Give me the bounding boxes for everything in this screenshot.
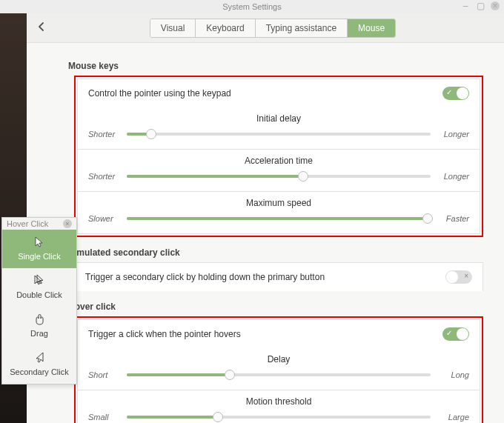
hover-delay-min: Short (88, 370, 121, 379)
initial-delay-max: Longer (437, 130, 469, 139)
palette-single-label: Single Click (18, 252, 60, 261)
secondary-trigger-toggle[interactable]: × (445, 270, 472, 284)
tab-typing-assistance[interactable]: Typing assistance (256, 19, 348, 37)
palette-double-click[interactable]: Double Click (2, 268, 76, 307)
acceleration-min: Shorter (88, 172, 121, 181)
acceleration-label: Acceleration time (88, 156, 469, 166)
tab-visual[interactable]: Visual (150, 19, 196, 37)
tabbar: Visual Keyboard Typing assistance Mouse (150, 19, 396, 38)
nav-bar: Visual Keyboard Typing assistance Mouse (27, 13, 504, 43)
section-title-mouse-keys: Mouse keys (68, 61, 483, 71)
control-pointer-row: Control the pointer using the keypad ✓ (77, 79, 480, 107)
max-speed-slider[interactable] (127, 217, 431, 220)
palette-drag-label: Drag (30, 329, 48, 338)
hover-trigger-row: Trigger a click when the pointer hovers … (77, 319, 480, 348)
max-speed-min: Slower (88, 214, 121, 223)
hover-trigger-toggle[interactable]: ✓ (442, 327, 469, 341)
section-title-secondary: Simulated secondary click (68, 247, 483, 258)
palette-titlebar: Hover Click × (2, 218, 76, 230)
control-pointer-label: Control the pointer using the keypad (88, 88, 231, 99)
double-cursor-icon (33, 274, 46, 287)
hover-motion-group: Motion threshold Small Large (77, 390, 480, 423)
hover-click-palette: Hover Click × Single Click Double Click … (1, 217, 77, 384)
hover-motion-label: Motion threshold (88, 396, 469, 407)
acceleration-group: Acceleration time Shorter Longer (77, 150, 480, 192)
initial-delay-label: Initial delay (88, 113, 469, 124)
secondary-trigger-row: Trigger a secondary click by holding dow… (74, 262, 483, 291)
secondary-trigger-label: Trigger a secondary click by holding dow… (85, 272, 325, 282)
hover-delay-slider[interactable] (127, 373, 431, 376)
palette-title: Hover Click (7, 219, 48, 228)
hand-icon (33, 313, 46, 326)
window-titlebar: System Settings – ▢ × (0, 0, 504, 13)
tab-keyboard[interactable]: Keyboard (196, 19, 255, 37)
palette-secondary-label: Secondary Click (10, 367, 68, 376)
max-speed-max: Faster (437, 214, 469, 223)
palette-close-icon[interactable]: × (63, 219, 72, 228)
palette-drag[interactable]: Drag (2, 307, 76, 345)
cursor-icon (33, 236, 46, 249)
control-pointer-toggle[interactable]: ✓ (442, 87, 469, 100)
palette-secondary-click[interactable]: Secondary Click (2, 345, 76, 384)
hover-delay-label: Delay (88, 354, 469, 364)
acceleration-max: Longer (437, 172, 469, 181)
minimize-icon[interactable]: – (461, 1, 470, 10)
initial-delay-min: Shorter (88, 130, 121, 139)
window-title: System Settings (222, 2, 281, 11)
max-speed-group: Maximum speed Slower Faster (77, 192, 480, 234)
mouse-keys-group: Control the pointer using the keypad ✓ I… (74, 76, 483, 237)
close-icon[interactable]: × (491, 1, 500, 10)
content-area: Mouse keys Control the pointer using the… (27, 43, 504, 423)
acceleration-slider[interactable] (127, 175, 431, 178)
hover-delay-max: Long (437, 370, 469, 379)
settings-panel: Visual Keyboard Typing assistance Mouse … (27, 13, 504, 423)
secondary-cursor-icon (33, 351, 46, 364)
initial-delay-slider[interactable] (127, 133, 431, 136)
max-speed-label: Maximum speed (88, 198, 469, 208)
initial-delay-group: Initial delay Shorter Longer (77, 107, 480, 150)
hover-trigger-label: Trigger a click when the pointer hovers (88, 329, 241, 339)
maximize-icon[interactable]: ▢ (476, 1, 485, 10)
hover-motion-min: Small (88, 413, 121, 422)
hover-motion-max: Large (437, 413, 469, 422)
palette-double-label: Double Click (16, 290, 62, 299)
back-button[interactable] (36, 21, 50, 36)
section-title-hover: Hover click (68, 302, 483, 312)
hover-motion-slider[interactable] (127, 416, 431, 419)
tab-mouse[interactable]: Mouse (348, 19, 395, 37)
palette-single-click[interactable]: Single Click (2, 230, 76, 268)
hover-click-group: Trigger a click when the pointer hovers … (74, 316, 483, 423)
hover-delay-group: Delay Short Long (77, 348, 480, 390)
